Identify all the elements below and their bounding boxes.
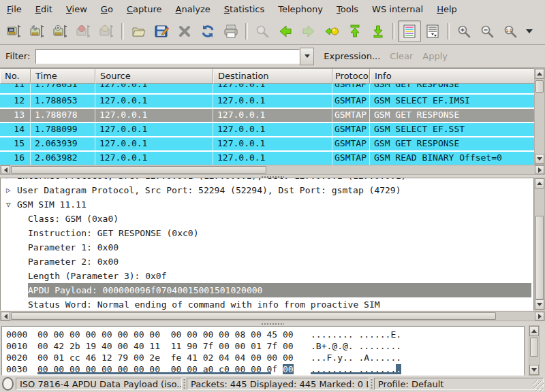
menu-bar: File Edit View Go Capture Analyze Statis… bbox=[0, 0, 545, 19]
scroll-thumb[interactable] bbox=[535, 216, 544, 299]
pane-splitter[interactable] bbox=[0, 322, 545, 325]
expert-info-icon[interactable] bbox=[2, 377, 14, 391]
status-separator[interactable] bbox=[183, 378, 185, 389]
filter-label: Filter: bbox=[5, 51, 30, 61]
menu-help[interactable]: Help bbox=[430, 1, 464, 17]
table-row-14[interactable]: 14 1.788099 127.0.0.1 127.0.0.1 GSMTAP G… bbox=[0, 122, 534, 136]
scroll-thumb[interactable] bbox=[11, 166, 266, 174]
column-header-protocol[interactable]: Protocol bbox=[332, 69, 370, 84]
scroll-down-button[interactable] bbox=[535, 299, 544, 310]
column-header-destination[interactable]: Destination bbox=[213, 69, 332, 84]
scroll-thumb[interactable] bbox=[535, 80, 544, 93]
table-row-12[interactable]: 12 1.788053 127.0.0.1 127.0.0.1 GSMTAP G… bbox=[0, 93, 534, 108]
column-header-info[interactable]: Info bbox=[370, 69, 534, 84]
table-row-13-selected[interactable]: 13 1.788078 127.0.0.1 127.0.0.1 GSMTAP G… bbox=[0, 108, 534, 122]
status-profile[interactable]: Profile: Default bbox=[374, 378, 544, 390]
toolbar-separator bbox=[447, 23, 450, 39]
hex-vscrollbar[interactable] bbox=[529, 325, 540, 376]
hex-selection-continuation-bar bbox=[37, 372, 271, 374]
hex-row-0020[interactable]: 0020 00 01 cc 46 12 79 00 2e fe 41 02 04… bbox=[2, 352, 524, 363]
go-to-packet-icon[interactable] bbox=[320, 20, 343, 42]
apply-button[interactable]: Apply bbox=[422, 51, 448, 61]
capture-stop-icon[interactable] bbox=[72, 20, 95, 42]
hex-row-0000[interactable]: 0000 00 00 00 00 00 00 00 00 00 00 00 00… bbox=[2, 329, 524, 340]
detail-row-udp[interactable]: ▷ User Datagram Protocol, Src Port: 5229… bbox=[1, 183, 533, 197]
zoom-original-icon[interactable]: 1:1 bbox=[499, 20, 522, 42]
splitter-grip-dots bbox=[261, 322, 284, 325]
colorize-icon[interactable] bbox=[398, 20, 421, 42]
scroll-up-button[interactable] bbox=[535, 69, 544, 79]
expression-button[interactable]: Expression... bbox=[324, 51, 380, 61]
filter-input[interactable] bbox=[35, 49, 300, 64]
expander-icon[interactable]: ▷ bbox=[6, 178, 17, 183]
open-file-icon[interactable] bbox=[127, 20, 150, 42]
save-file-icon[interactable] bbox=[150, 20, 173, 42]
scroll-left-button[interactable] bbox=[1, 165, 10, 174]
expander-collapsed-icon[interactable]: ▷ bbox=[6, 183, 17, 197]
scroll-up-button[interactable] bbox=[529, 326, 539, 336]
detail-row-length[interactable]: Length (Parameter 3): 0x0f bbox=[1, 269, 533, 283]
scroll-left-button[interactable] bbox=[1, 312, 10, 321]
menu-telephony[interactable]: Telephony bbox=[271, 1, 330, 17]
wireshark-window: File Edit View Go Capture Analyze Statis… bbox=[0, 0, 545, 392]
menu-statistics[interactable]: Statistics bbox=[217, 1, 271, 17]
hex-row-0010[interactable]: 0010 00 42 2b 19 40 00 40 11 11 90 7f 00… bbox=[2, 340, 524, 352]
table-row-15[interactable]: 15 2.063939 127.0.0.1 127.0.0.1 GSMTAP G… bbox=[0, 136, 534, 150]
go-to-bottom-icon[interactable] bbox=[367, 20, 390, 42]
menu-tools[interactable]: Tools bbox=[330, 1, 365, 17]
scroll-down-button[interactable] bbox=[529, 365, 539, 375]
packet-list-vscrollbar[interactable] bbox=[534, 68, 545, 165]
zoom-in-icon[interactable] bbox=[452, 20, 476, 42]
packet-list-hscrollbar[interactable] bbox=[0, 165, 545, 175]
details-hscrollbar[interactable] bbox=[0, 311, 545, 321]
scroll-right-button[interactable] bbox=[535, 312, 544, 321]
zoom-out-icon[interactable] bbox=[476, 20, 499, 42]
scroll-up-button[interactable] bbox=[535, 178, 544, 189]
close-file-icon[interactable] bbox=[173, 20, 196, 42]
detail-row-internet-protocol[interactable]: ▷ Internet Protocol, Src: 127.0.0.1 (127… bbox=[1, 178, 533, 183]
auto-scroll-icon[interactable] bbox=[421, 20, 444, 42]
print-icon[interactable] bbox=[219, 20, 243, 42]
svg-text:1:1: 1:1 bbox=[505, 28, 512, 33]
go-to-top-icon[interactable] bbox=[343, 20, 367, 42]
clear-button[interactable]: Clear bbox=[390, 51, 413, 61]
details-vscrollbar[interactable] bbox=[534, 178, 545, 310]
go-back-icon[interactable] bbox=[274, 20, 297, 42]
list-interfaces-icon[interactable] bbox=[3, 20, 26, 42]
column-header-time[interactable]: Time bbox=[31, 69, 95, 84]
scroll-down-button[interactable] bbox=[535, 154, 544, 164]
column-header-source[interactable]: Source bbox=[95, 69, 213, 84]
capture-start-icon[interactable] bbox=[49, 20, 72, 42]
menu-capture[interactable]: Capture bbox=[120, 1, 169, 17]
detail-row-parameter-2[interactable]: Parameter 2: 0x00 bbox=[1, 255, 533, 269]
scroll-thumb[interactable] bbox=[530, 338, 538, 357]
filter-dropdown-button[interactable] bbox=[300, 48, 314, 65]
capture-restart-icon[interactable] bbox=[95, 20, 119, 42]
menu-analyze[interactable]: Analyze bbox=[169, 1, 217, 17]
detail-row-class[interactable]: Class: GSM (0xa0) bbox=[1, 212, 533, 226]
table-row-11[interactable]: 11 1.778031 127.0.0.1 127.0.0.1 GSMTAP G… bbox=[0, 84, 534, 93]
detail-row-parameter-1[interactable]: Parameter 1: 0x00 bbox=[1, 240, 533, 255]
detail-row-status-word[interactable]: Status Word: Normal ending of command wi… bbox=[1, 297, 533, 311]
detail-row-gsm-sim[interactable]: ▽ GSM SIM 11.11 bbox=[1, 197, 533, 212]
find-packet-icon[interactable] bbox=[251, 20, 274, 42]
toolbar-overflow-icon[interactable] bbox=[526, 29, 533, 33]
reload-icon[interactable] bbox=[196, 20, 219, 42]
detail-row-apdu-payload-selected[interactable]: APDU Payload: 000000096f0704001500150102… bbox=[1, 283, 533, 297]
scroll-right-button[interactable] bbox=[535, 165, 544, 174]
scroll-thumb[interactable] bbox=[11, 312, 496, 320]
hex-dump-pane: 0000 00 00 00 00 00 00 00 00 00 00 00 00… bbox=[1, 326, 525, 376]
menu-file[interactable]: File bbox=[0, 1, 29, 17]
menu-ws-internal[interactable]: WS internal bbox=[365, 1, 430, 17]
go-forward-icon[interactable] bbox=[297, 20, 320, 42]
menu-view[interactable]: View bbox=[59, 1, 94, 17]
menu-edit[interactable]: Edit bbox=[29, 1, 59, 17]
menu-go[interactable]: Go bbox=[94, 1, 120, 17]
detail-row-instruction[interactable]: Instruction: GET RESPONSE (0xc0) bbox=[1, 226, 533, 240]
expander-expanded-icon[interactable]: ▽ bbox=[6, 197, 17, 212]
resize-grip[interactable] bbox=[533, 380, 544, 391]
status-separator[interactable] bbox=[371, 378, 373, 389]
capture-options-icon[interactable] bbox=[26, 20, 49, 42]
column-header-no[interactable]: No. bbox=[0, 69, 31, 84]
table-row-16[interactable]: 16 2.063982 127.0.0.1 127.0.0.1 GSMTAP G… bbox=[0, 150, 534, 165]
